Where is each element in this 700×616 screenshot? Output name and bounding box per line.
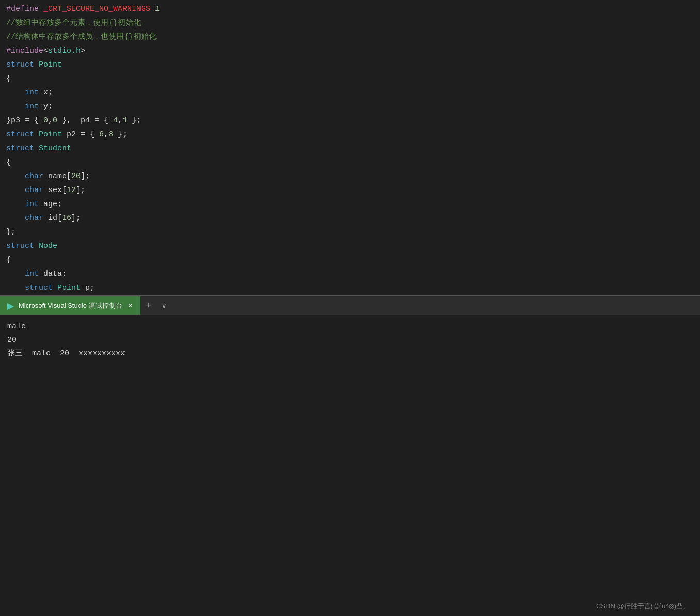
token-kw-struct-2: struct — [6, 128, 34, 141]
token-kw-struct-node: struct — [6, 239, 34, 253]
code-line-1: #define _CRT_SECURE_NO_WARNINGS 1 — [4, 2, 700, 16]
token-kw-char-sex: char — [25, 183, 43, 197]
code-line-19: { — [4, 253, 700, 267]
terminal-add-tab-button[interactable]: + — [140, 301, 158, 311]
token-kw-int-x: int — [25, 86, 39, 100]
output-line-2: 20 — [7, 334, 693, 347]
code-line-8: int y; — [4, 100, 700, 114]
terminal-dropdown-button[interactable]: ∨ — [158, 302, 170, 310]
code-line-20: int data; — [4, 267, 700, 281]
token-kw-int-data: int — [25, 267, 39, 281]
token-kw-char-id: char — [25, 211, 43, 225]
token-include-file: stdio.h — [48, 44, 81, 58]
code-line-17: }; — [4, 225, 700, 239]
code-line-21: struct Point p; — [4, 281, 700, 295]
terminal-icon: ▶ — [7, 301, 13, 311]
terminal-tab[interactable]: ▶ Microsoft Visual Studio 调试控制台 ✕ — [0, 296, 140, 315]
code-line-5: struct Point — [4, 58, 700, 72]
token-comment-1: //数组中存放多个元素，使用{}初始化 — [6, 16, 141, 30]
output-line-3: 张三 male 20 xxxxxxxxxx — [7, 347, 693, 360]
code-line-14: char sex[ 12 ]; — [4, 183, 700, 197]
token-kw-int-y: int — [25, 100, 39, 114]
code-line-7: int x; — [4, 86, 700, 100]
token-type-node: Node — [39, 239, 57, 253]
code-line-18: struct Node — [4, 239, 700, 253]
code-line-10: struct Point p2 = { 6 , 8 }; — [4, 128, 700, 141]
code-line-15: int age; — [4, 197, 700, 211]
token-include-kw: #include — [6, 44, 43, 58]
token-kw-int-age: int — [25, 197, 39, 211]
code-line-3: //结构体中存放多个成员，也使用{}初始化 — [4, 30, 700, 44]
output-line-1: male — [7, 320, 693, 334]
token-define-name: _CRT_SECURE_NO_WARNINGS — [43, 2, 150, 16]
token-kw-char-name: char — [25, 169, 43, 183]
code-line-11: struct Student — [4, 141, 700, 155]
token-kw-struct: struct — [6, 58, 34, 72]
terminal-bar: ▶ Microsoft Visual Studio 调试控制台 ✕ + ∨ — [0, 295, 700, 315]
code-line-16: char id[ 16 ]; — [4, 211, 700, 225]
code-editor[interactable]: #define _CRT_SECURE_NO_WARNINGS 1 //数组中存… — [0, 0, 700, 295]
terminal-output: male 20 张三 male 20 xxxxxxxxxx — [0, 315, 700, 616]
code-line-2: //数组中存放多个元素，使用{}初始化 — [4, 16, 700, 30]
code-line-6: { — [4, 72, 700, 86]
token-kw-struct-3: struct — [25, 281, 53, 295]
token-kw-struct-student: struct — [6, 141, 34, 155]
token-comment-2: //结构体中存放多个成员，也使用{}初始化 — [6, 30, 157, 44]
code-line-9: }p3 = { 0 , 0 }, p4 = { 4 , 1 }; — [4, 114, 700, 128]
token-define: #define — [6, 2, 39, 16]
token-define-val: 1 — [155, 2, 160, 16]
terminal-close-button[interactable]: ✕ — [128, 302, 133, 309]
csdn-watermark: CSDN @行胜于言(◎`u°◎)凸、 — [596, 602, 690, 611]
token-type-point: Point — [39, 58, 62, 72]
code-line-13: char name[ 20 ]; — [4, 169, 700, 183]
code-line-4: #include < stdio.h > — [4, 44, 700, 58]
main-container: #define _CRT_SECURE_NO_WARNINGS 1 //数组中存… — [0, 0, 700, 616]
terminal-tab-label: Microsoft Visual Studio 调试控制台 — [19, 301, 122, 310]
code-line-12: { — [4, 155, 700, 169]
token-type-student: Student — [39, 141, 71, 155]
